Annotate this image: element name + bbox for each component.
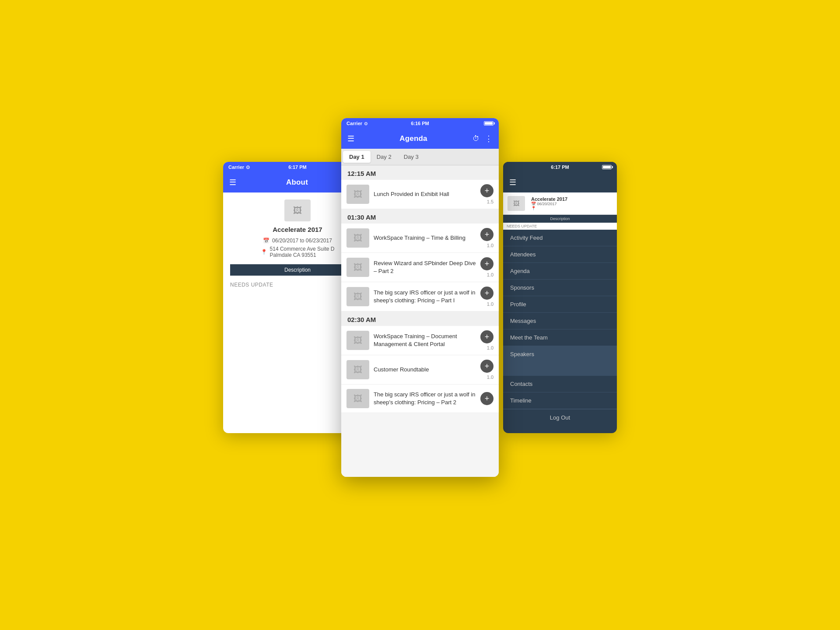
agenda-item-text-6: Customer Roundtable (374, 366, 476, 374)
agenda-item-img-2: 🖼 (346, 228, 369, 248)
right-needs-update: NEEDS UPDATE (503, 223, 617, 230)
right-about-dates: 📅 06/20/2017 (531, 202, 567, 206)
agenda-item-right-4: + 1.0 (480, 287, 494, 307)
agenda-item-review-wizard: 🖼 Review Wizard and SPbinder Deep Dive –… (341, 253, 499, 282)
add-btn-2[interactable]: + (480, 228, 494, 241)
sidebar-item-profile[interactable]: Profile (503, 296, 617, 313)
add-btn-4[interactable]: + (480, 287, 494, 300)
agenda-item-irs-1: 🖼 The big scary IRS officer or just a wo… (341, 282, 499, 312)
carrier-text: Carrier (228, 164, 244, 170)
right-battery-icon (602, 165, 612, 169)
location-icon: 📍 (261, 249, 267, 255)
agenda-item-lunch: 🖼 Lunch Provided in Exhibit Hall + 1.5 (341, 180, 499, 209)
agenda-item-right-3: + 1.0 (480, 257, 494, 277)
wifi-icon: ⊙ (246, 164, 250, 170)
agenda-item-img-6: 🖼 (346, 360, 369, 379)
img-icon-7: 🖼 (354, 394, 362, 404)
sidebar-item-sponsors[interactable]: Sponsors (503, 280, 617, 296)
right-status-bar: 6:17 PM (503, 162, 617, 172)
add-btn-1[interactable]: + (480, 184, 494, 197)
agenda-item-text-5: WorkSpace Training – Document Management… (374, 332, 476, 348)
sidebar-logout-btn[interactable]: Log Out (503, 409, 617, 426)
img-icon-1: 🖼 (354, 189, 362, 200)
right-menu-icon[interactable]: ☰ (509, 178, 516, 187)
center-battery-fill (485, 122, 493, 125)
left-status-carrier: Carrier ⊙ (228, 164, 250, 170)
sidebar-item-attendees[interactable]: Attendees (503, 246, 617, 263)
img-icon-5: 🖼 (354, 336, 362, 346)
calendar-icon: 📅 (263, 238, 270, 244)
right-status-right (602, 165, 612, 169)
img-icon-3: 🖼 (354, 262, 362, 273)
center-clock-icon[interactable]: ⏱ (472, 135, 480, 143)
right-about-inner: 🖼 Accelerate 2017 📅 06/20/2017 📍 (508, 196, 612, 211)
center-header-icons: ⏱ ⋮ (472, 134, 493, 144)
center-header-bar: ☰ Agenda ⏱ ⋮ (341, 129, 499, 149)
center-menu-icon[interactable]: ☰ (347, 134, 354, 144)
add-btn-6[interactable]: + (480, 360, 494, 373)
agenda-item-text-7: The big scary IRS officer or just a wolf… (374, 391, 476, 406)
item-credit-4: 1.0 (487, 301, 494, 307)
scene: Carrier ⊙ 6:17 PM ☰ About 🖼 Accelerate 2… (223, 118, 617, 512)
sidebar-menu: Activity Feed Attendees Agenda Sponsors … (503, 230, 617, 426)
sidebar-item-activity-feed[interactable]: Activity Feed (503, 230, 617, 246)
about-date: 06/20/2017 to 06/23/2017 (272, 238, 332, 244)
about-date-row: 📅 06/20/2017 to 06/23/2017 (263, 238, 332, 244)
agenda-item-right-5: + 1.0 (480, 330, 494, 350)
center-wifi-icon: ⊙ (364, 121, 368, 126)
about-location: 514 Commerce Ave Suite DPalmdale CA 9355… (270, 246, 335, 258)
item-credit-6: 1.0 (487, 374, 494, 380)
tab-day1[interactable]: Day 1 (343, 151, 371, 163)
img-icon-2: 🖼 (354, 233, 362, 243)
agenda-item-right-1: + 1.5 (480, 184, 494, 204)
center-more-icon[interactable]: ⋮ (485, 134, 493, 144)
time-header-0230: 02:30 AM (341, 312, 499, 326)
agenda-item-text-4: The big scary IRS officer or just a wolf… (374, 289, 476, 304)
center-status-right (484, 121, 494, 126)
right-about-image: 🖼 (508, 196, 525, 211)
left-menu-icon[interactable]: ☰ (229, 178, 236, 187)
left-status-time: 6:17 PM (288, 164, 307, 170)
item-credit-2: 1.0 (487, 243, 494, 248)
agenda-item-irs-2: 🖼 The big scary IRS officer or just a wo… (341, 385, 499, 413)
center-carrier: Carrier (346, 121, 362, 126)
add-btn-3[interactable]: + (480, 257, 494, 270)
center-status-left: Carrier ⊙ (346, 121, 368, 126)
time-header-1215: 12:15 AM (341, 165, 499, 180)
sidebar-item-agenda[interactable]: Agenda (503, 263, 617, 280)
img-icon-4: 🖼 (354, 292, 362, 302)
sidebar-item-messages[interactable]: Messages (503, 313, 617, 329)
right-about-text: Accelerate 2017 📅 06/20/2017 📍 (531, 196, 567, 210)
right-status-time: 6:17 PM (551, 164, 569, 170)
phone-center: Carrier ⊙ 6:16 PM ☰ Agenda ⏱ ⋮ Day 1 Day… (341, 118, 499, 477)
sidebar-item-contacts[interactable]: Contacts (503, 376, 617, 392)
agenda-item-img-7: 🖼 (346, 389, 369, 408)
right-about-top: 🖼 Accelerate 2017 📅 06/20/2017 📍 (503, 192, 617, 215)
right-battery-fill (603, 166, 611, 168)
tab-day3[interactable]: Day 3 (398, 151, 425, 163)
right-desc-bar: Description (503, 215, 617, 223)
agenda-item-text-2: WorkSpace Training – Time & Billing (374, 234, 476, 242)
add-btn-7[interactable]: + (480, 392, 494, 405)
add-btn-5[interactable]: + (480, 330, 494, 343)
agenda-item-img-1: 🖼 (346, 185, 369, 204)
agenda-item-right-7: + (480, 392, 494, 405)
left-header-title: About (286, 178, 308, 187)
agenda-item-workspace-time: 🖼 WorkSpace Training – Time & Billing + … (341, 224, 499, 253)
tab-day2[interactable]: Day 2 (371, 151, 398, 163)
agenda-item-right-2: + 1.0 (480, 228, 494, 248)
right-header-bar: ☰ (503, 172, 617, 192)
sidebar-item-timeline[interactable]: Timeline (503, 392, 617, 409)
agenda-item-img-3: 🖼 (346, 258, 369, 277)
about-location-row: 📍 514 Commerce Ave Suite DPalmdale CA 93… (261, 246, 335, 258)
sidebar-item-meet-team[interactable]: Meet the Team (503, 329, 617, 346)
phone-right: 6:17 PM ☰ 🖼 Accelerate 2017 📅 06/20/2017 (503, 162, 617, 433)
about-image: 🖼 (284, 200, 311, 221)
item-credit-1: 1.5 (487, 199, 494, 204)
right-image-icon: 🖼 (513, 200, 519, 207)
image-icon: 🖼 (293, 206, 302, 216)
agenda-item-roundtable: 🖼 Customer Roundtable + 1.0 (341, 355, 499, 385)
center-battery-icon (484, 121, 494, 126)
agenda-item-text-1: Lunch Provided in Exhibit Hall (374, 190, 476, 198)
sidebar-item-speakers[interactable]: Speakers (503, 346, 617, 363)
